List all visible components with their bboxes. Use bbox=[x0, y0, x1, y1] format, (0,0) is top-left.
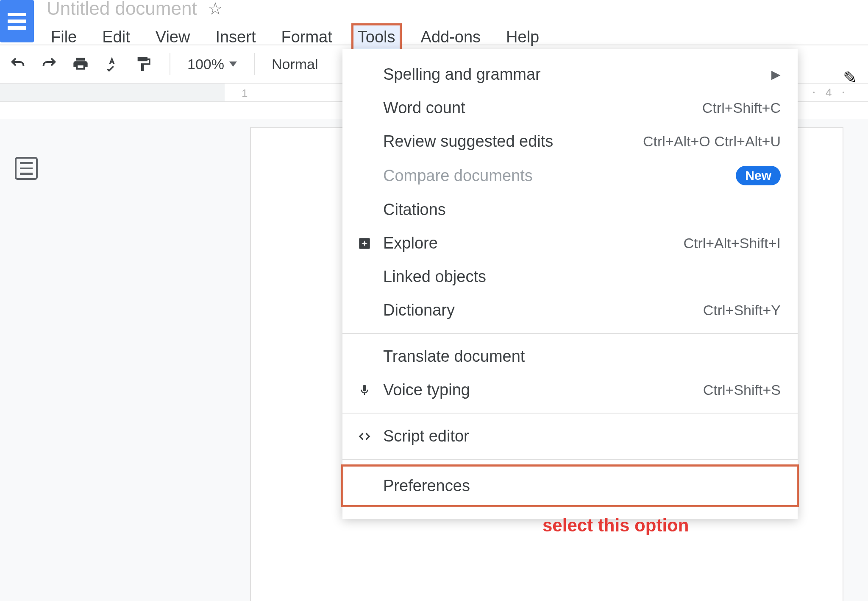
ruler-margin-right: 4 bbox=[809, 84, 868, 101]
outline-toggle-icon[interactable] bbox=[15, 157, 38, 180]
spellcheck-button[interactable] bbox=[103, 55, 121, 73]
shortcut-text: Ctrl+Shift+S bbox=[703, 382, 781, 398]
dd-compare-documents[interactable]: Compare documents New bbox=[342, 158, 798, 193]
menu-addons[interactable]: Add-ons bbox=[417, 25, 485, 49]
dd-spelling-grammar[interactable]: Spelling and grammar ▶ bbox=[342, 58, 798, 91]
explore-icon bbox=[355, 236, 374, 251]
dd-word-count[interactable]: Word count Ctrl+Shift+C bbox=[342, 91, 798, 125]
submenu-arrow-icon: ▶ bbox=[771, 67, 781, 81]
shortcut-text: Ctrl+Shift+Y bbox=[703, 302, 781, 319]
style-label: Normal bbox=[272, 56, 318, 72]
dd-voice-typing[interactable]: Voice typing Ctrl+Shift+S bbox=[342, 373, 798, 407]
dd-citations[interactable]: Citations bbox=[342, 193, 798, 226]
dd-dictionary[interactable]: Dictionary Ctrl+Shift+Y bbox=[342, 294, 798, 327]
menu-help[interactable]: Help bbox=[502, 25, 543, 49]
ruler-margin-left bbox=[0, 84, 225, 101]
redo-button[interactable] bbox=[40, 55, 58, 73]
star-icon[interactable]: ☆ bbox=[208, 0, 223, 18]
menu-tools[interactable]: Tools bbox=[353, 25, 400, 49]
new-badge: New bbox=[736, 166, 781, 185]
paint-format-button[interactable] bbox=[134, 55, 153, 73]
dropdown-separator bbox=[342, 413, 798, 414]
dropdown-separator bbox=[342, 333, 798, 334]
undo-button[interactable] bbox=[8, 55, 27, 73]
microphone-icon bbox=[355, 383, 374, 397]
annotation-text: select this option bbox=[542, 515, 689, 536]
paragraph-style-select[interactable]: Normal bbox=[272, 56, 318, 73]
dd-linked-objects[interactable]: Linked objects bbox=[342, 260, 798, 294]
shortcut-text: Ctrl+Shift+C bbox=[702, 100, 781, 116]
dd-preferences[interactable]: Preferences bbox=[342, 466, 798, 506]
menu-file[interactable]: File bbox=[47, 25, 81, 49]
dd-review-suggested[interactable]: Review suggested edits Ctrl+Alt+O Ctrl+A… bbox=[342, 125, 798, 158]
dropdown-separator bbox=[342, 459, 798, 460]
menu-format[interactable]: Format bbox=[277, 25, 336, 49]
toolbar-separator bbox=[170, 53, 170, 75]
zoom-select[interactable]: 100% bbox=[187, 56, 237, 73]
menu-edit[interactable]: Edit bbox=[98, 25, 134, 49]
shortcut-text: Ctrl+Alt+Shift+I bbox=[683, 235, 781, 252]
title-row: Untitled document ☆ bbox=[47, 0, 543, 17]
zoom-label: 100% bbox=[187, 56, 224, 73]
docs-logo-icon[interactable] bbox=[0, 0, 34, 42]
ruler-mark-1: 1 bbox=[242, 87, 248, 100]
tools-dropdown: Spelling and grammar ▶ Word count Ctrl+S… bbox=[342, 49, 798, 519]
dd-explore[interactable]: Explore Ctrl+Alt+Shift+I bbox=[342, 226, 798, 260]
dd-translate[interactable]: Translate document bbox=[342, 340, 798, 373]
menu-view[interactable]: View bbox=[151, 25, 195, 49]
menubar: File Edit View Insert Format Tools Add-o… bbox=[47, 25, 543, 49]
print-button[interactable] bbox=[71, 55, 90, 73]
shortcut-text: Ctrl+Alt+O Ctrl+Alt+U bbox=[643, 133, 781, 150]
toolbar-separator bbox=[254, 53, 255, 75]
header: Untitled document ☆ File Edit View Inser… bbox=[0, 0, 868, 45]
menu-insert[interactable]: Insert bbox=[211, 25, 260, 49]
dd-script-editor[interactable]: Script editor bbox=[342, 419, 798, 453]
ruler-mark-4: 4 bbox=[826, 86, 832, 99]
document-title[interactable]: Untitled document bbox=[47, 0, 197, 19]
code-icon bbox=[355, 430, 374, 443]
chevron-down-icon bbox=[229, 61, 237, 67]
